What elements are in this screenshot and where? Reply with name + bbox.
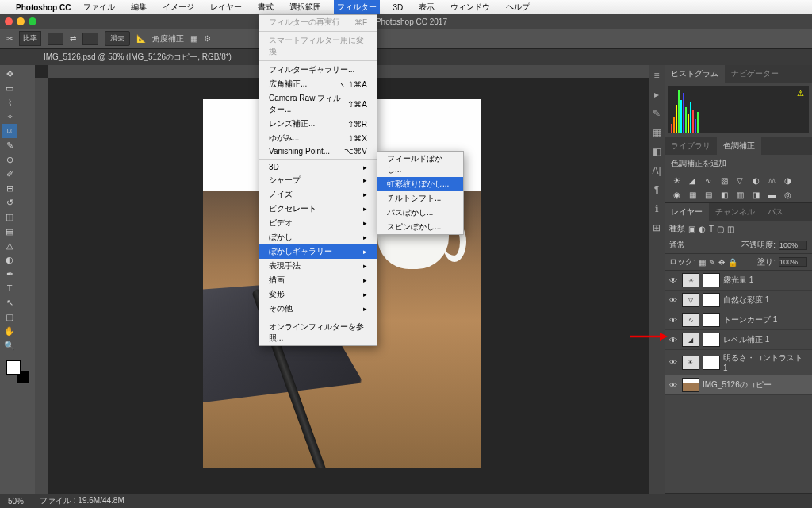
hue-icon[interactable]: ◐	[750, 175, 761, 185]
menu-item[interactable]: 3D	[259, 161, 377, 173]
menu-file[interactable]: ファイル	[80, 0, 118, 14]
menu-item[interactable]: スマートフィルター用に変換	[259, 33, 377, 59]
heal-tool[interactable]: ⊕	[2, 152, 17, 167]
lasso-tool[interactable]: ⌇	[2, 95, 17, 110]
pen-tool[interactable]: ✒	[2, 267, 17, 281]
layer-row-selected[interactable]: 👁IMG_5126のコピー	[665, 375, 812, 395]
opacity-input[interactable]	[779, 241, 807, 250]
menu-item[interactable]: フィルターの再実行⌘F	[259, 15, 377, 29]
visibility-icon[interactable]: 👁	[668, 381, 679, 390]
submenu-item[interactable]: スピンぼかし...	[377, 220, 463, 234]
menu-view[interactable]: 表示	[416, 0, 438, 14]
shape-tool[interactable]: ▢	[2, 310, 17, 324]
menu-item[interactable]: オンラインフィルターを参照...	[259, 320, 377, 345]
eyedropper-tool[interactable]: ✎	[2, 138, 17, 152]
menu-item[interactable]: ビデオ	[259, 216, 377, 230]
visibility-icon[interactable]: 👁	[668, 336, 679, 344]
menu-item[interactable]: レンズ補正...⇧⌘R	[259, 117, 377, 131]
filter-type-icon[interactable]: T	[709, 225, 714, 233]
lock-trans-icon[interactable]: ▦	[699, 258, 706, 267]
close-icon[interactable]	[5, 17, 13, 25]
tab-layers[interactable]: レイヤー	[665, 203, 709, 221]
menu-image[interactable]: イメージ	[159, 0, 197, 14]
tab-paths[interactable]: パス	[761, 203, 790, 221]
invert-icon[interactable]: ◧	[718, 190, 730, 199]
history-brush[interactable]: ↺	[2, 195, 17, 210]
ratio-w[interactable]	[48, 33, 63, 45]
crop-tool-icon[interactable]: ✂	[6, 34, 13, 43]
zoom-tool[interactable]: 🔍	[2, 338, 17, 352]
menu-layer[interactable]: レイヤー	[207, 0, 245, 14]
marquee-tool[interactable]: ▭	[2, 81, 17, 95]
move-tool[interactable]: ✥	[2, 67, 17, 81]
lock-pos-icon[interactable]: ✥	[718, 258, 725, 267]
char-icon[interactable]: A|	[652, 165, 661, 176]
clone-icon[interactable]: ⊞	[653, 222, 661, 233]
actions-icon[interactable]: ▸	[654, 89, 659, 100]
color-swatch[interactable]	[6, 360, 30, 384]
path-tool[interactable]: ↖	[2, 295, 17, 310]
zoom-level[interactable]: 50%	[8, 497, 24, 506]
posterize-icon[interactable]: ▥	[734, 190, 745, 199]
stamp-tool[interactable]: ⊞	[2, 181, 17, 195]
menu-item[interactable]: ノイズ	[259, 187, 377, 202]
photo-filter-icon[interactable]: ◉	[671, 190, 682, 199]
filter-shape-icon[interactable]: ▢	[717, 225, 724, 233]
vibrance-icon[interactable]: ▽	[734, 175, 745, 185]
info-icon[interactable]: ℹ	[655, 203, 659, 214]
filter-smart-icon[interactable]: ◫	[727, 225, 734, 233]
eraser-tool[interactable]: ◫	[2, 210, 17, 224]
swap-icon[interactable]: ⇄	[70, 34, 76, 43]
menu-help[interactable]: ヘルプ	[503, 0, 533, 14]
menu-select[interactable]: 選択範囲	[286, 0, 324, 14]
blur-tool[interactable]: △	[2, 238, 17, 252]
grid-icon[interactable]: ▦	[190, 34, 197, 43]
dodge-tool[interactable]: ◐	[2, 252, 17, 267]
tab-library[interactable]: ライブラリ	[665, 137, 717, 155]
mixer-icon[interactable]: ▦	[687, 190, 698, 199]
traffic-lights[interactable]	[5, 17, 36, 25]
menu-item[interactable]: 変形	[259, 287, 377, 302]
blend-mode[interactable]: 通常	[669, 240, 738, 251]
visibility-icon[interactable]: 👁	[668, 276, 679, 285]
filter-adj-icon[interactable]: ◐	[699, 225, 706, 233]
menu-item[interactable]: ピクセレート	[259, 202, 377, 216]
submenu-item-iris-blur[interactable]: 虹彩絞りぼかし...	[377, 177, 463, 191]
zoom-icon[interactable]	[29, 17, 36, 25]
menu-filter[interactable]: フィルター	[334, 0, 380, 14]
layer-row[interactable]: 👁☀明るさ・コントラスト 1	[665, 350, 812, 375]
menu-item-blur-gallery[interactable]: ぼかしギャラリー	[259, 244, 377, 259]
threshold-icon[interactable]: ◨	[750, 190, 761, 199]
submenu-item[interactable]: フィールドぼかし...	[377, 152, 463, 177]
menu-window[interactable]: ウィンドウ	[447, 0, 493, 14]
submenu-item[interactable]: チルトシフト...	[377, 191, 463, 206]
menu-item[interactable]: 描画	[259, 273, 377, 287]
exposure-icon[interactable]: ▨	[718, 175, 730, 185]
bw-icon[interactable]: ◑	[782, 175, 793, 185]
brush-tool[interactable]: ✐	[2, 167, 17, 181]
menu-item[interactable]: フィルターギャラリー...	[259, 63, 377, 77]
wand-tool[interactable]: ✧	[2, 110, 17, 124]
para-icon[interactable]: ¶	[654, 184, 659, 195]
layer-row[interactable]: 👁◢レベル補正 1	[665, 330, 812, 350]
menu-item[interactable]: Vanishing Point...⌥⌘V	[259, 145, 377, 157]
brightness-icon[interactable]: ☀	[671, 175, 682, 185]
lock-paint-icon[interactable]: ✎	[709, 258, 715, 267]
balance-icon[interactable]: ⚖	[766, 175, 777, 185]
tab-adjustments[interactable]: 色調補正	[717, 137, 761, 155]
straighten-icon[interactable]: 📐	[136, 34, 146, 43]
layer-row[interactable]: 👁∿トーンカーブ 1	[665, 310, 812, 330]
fill-input[interactable]	[779, 257, 807, 267]
gradient-tool[interactable]: ▤	[2, 224, 17, 238]
visibility-icon[interactable]: 👁	[668, 358, 679, 367]
layer-row[interactable]: 👁▽自然な彩度 1	[665, 291, 812, 310]
curves-icon[interactable]: ∿	[703, 175, 714, 185]
menu-item[interactable]: 表現手法	[259, 259, 377, 273]
crop-tool[interactable]: ⌑	[2, 124, 17, 138]
submenu-item[interactable]: パスぼかし...	[377, 206, 463, 220]
ratio-h[interactable]	[82, 33, 98, 45]
menu-item[interactable]: その他	[259, 302, 377, 316]
menu-3d[interactable]: 3D	[389, 2, 406, 13]
history-icon[interactable]: ≡	[653, 70, 659, 81]
styles-icon[interactable]: ◧	[653, 146, 661, 157]
